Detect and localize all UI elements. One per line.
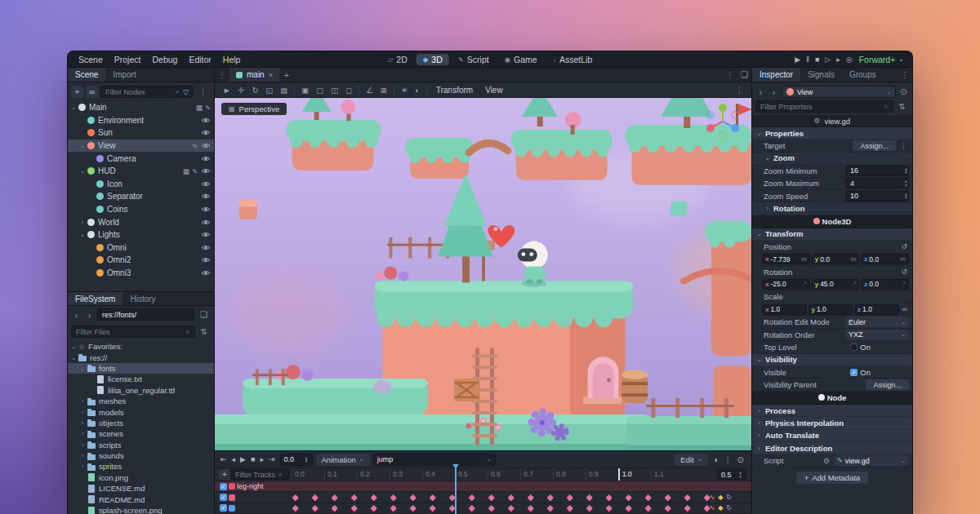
view-menu[interactable]: View (479, 86, 509, 95)
dock-tab-filesystem[interactable]: FileSystem (68, 292, 122, 305)
seek-end-button[interactable]: ⇥ (267, 455, 277, 463)
stepper-icons[interactable]: ▲▼ (904, 193, 908, 200)
keyframe-diamond[interactable] (684, 505, 691, 512)
visibility-eye-icon[interactable] (201, 244, 211, 251)
checkbox[interactable] (850, 343, 858, 351)
scene-node-icon[interactable]: Icon (68, 178, 214, 191)
revert-icon[interactable]: ↺ (899, 242, 909, 250)
node-selector[interactable]: View ⌄ (782, 86, 896, 98)
workspace-tab-game[interactable]: ◉Game (498, 54, 544, 65)
expand-arrow-icon[interactable]: › (78, 419, 87, 427)
interpolation-mode-icon[interactable]: ◆ (718, 504, 723, 512)
visibility-eye-icon[interactable] (201, 180, 211, 188)
scene-node-lights[interactable]: ⌄Lights (68, 228, 214, 241)
animation-edit-button[interactable]: Edit ⌄ (675, 454, 707, 466)
fs-item-license-md[interactable]: LICENSE.md (68, 483, 214, 494)
section-physics-interpolation[interactable]: ›Physics Interpolation (752, 417, 912, 429)
workspace-tab-assetlib[interactable]: ↓AssetLib (546, 54, 599, 65)
checkbox[interactable]: ✓ (220, 494, 227, 501)
keyframe-diamond[interactable] (645, 505, 652, 512)
workspace-tab-3d[interactable]: ◆3D (416, 54, 449, 65)
workspace-tab-2d[interactable]: ▱2D (381, 54, 414, 65)
play-forward-button[interactable]: ▸ (258, 455, 265, 463)
fs-item-favorites[interactable]: ⌄☆Favorites: (68, 341, 214, 352)
onion-skinning-icon[interactable]: ◐ (715, 455, 719, 464)
orientation-gizmo[interactable] (701, 101, 745, 144)
section-rotation[interactable]: ›Rotation (752, 202, 912, 215)
renderer-select[interactable]: Forward+ ⌄ (859, 55, 907, 64)
timeline-playhead[interactable] (455, 464, 457, 514)
keyframe-diamond[interactable] (351, 494, 358, 501)
keyframe-diamond[interactable] (626, 494, 632, 501)
keyframe-diamond[interactable] (508, 505, 514, 512)
workspace-tab-script[interactable]: ✎Script (452, 54, 496, 65)
keyframe-diamond[interactable] (410, 505, 416, 512)
visibility-eye-icon[interactable] (201, 129, 211, 136)
class-header-node3d[interactable]: Node3D (752, 215, 912, 228)
keyframe-diamond[interactable] (430, 494, 436, 501)
axis-field-x[interactable]: x1.0 (762, 304, 807, 315)
keyframe-diamond[interactable] (292, 505, 299, 512)
animation-clip-select[interactable]: jump ⌄ (373, 454, 496, 466)
fs-item-scenes[interactable]: ›scenes (68, 428, 214, 439)
visibility-eye-icon[interactable] (201, 231, 211, 238)
section-process[interactable]: ›Process (752, 405, 912, 417)
keyframe-diamond[interactable] (430, 505, 436, 512)
fs-item-objects[interactable]: ›objects (68, 418, 214, 428)
animation-menu-button[interactable]: Animation ⌄ (316, 454, 370, 466)
back-icon[interactable]: ‹ (71, 310, 82, 320)
menu-dots-icon[interactable]: ⋮ (898, 70, 912, 79)
keyframe-diamond[interactable] (606, 494, 612, 501)
expand-sections-icon[interactable]: ⇅ (896, 102, 909, 111)
funnel-icon[interactable]: ▽ (183, 88, 189, 96)
visibility-eye-icon[interactable] (201, 142, 211, 149)
menu-scene[interactable]: Scene (73, 55, 109, 64)
scene-node-main[interactable]: ⌄Main▦✎ (68, 101, 214, 114)
scene-node-separator[interactable]: Separator (68, 190, 214, 203)
fs-item-fonts[interactable]: ⌄fonts (68, 363, 214, 374)
stepper-icons[interactable]: ▲▼ (738, 471, 742, 478)
keyframe-diamond[interactable] (410, 494, 416, 501)
menu-help[interactable]: Help (217, 55, 247, 64)
unlock-icon[interactable]: ▢ (313, 86, 327, 95)
expand-arrow-icon[interactable]: ⌄ (78, 365, 87, 372)
checkbox[interactable]: ✓ (850, 369, 858, 376)
visibility-eye-icon[interactable] (201, 219, 211, 226)
menu-dots-icon[interactable]: ⋮ (215, 70, 229, 79)
keyframe-diamond[interactable] (586, 494, 593, 501)
scene-node-omni2[interactable]: Omni2 (68, 254, 214, 267)
fs-item-meshes[interactable]: ›meshes (68, 396, 214, 406)
scene-node-world[interactable]: ›World (68, 215, 214, 228)
assign-button[interactable]: Assign... (853, 140, 896, 151)
keyframe-diamond[interactable] (292, 494, 299, 501)
dock-tab-inspector[interactable]: Inspector (752, 68, 800, 82)
section-visibility[interactable]: ⌄Visibility (752, 354, 912, 366)
checkbox[interactable]: ✓ (220, 504, 227, 512)
animation-time-field[interactable]: 0.0 ▲▼ (280, 454, 313, 466)
expand-arrow-icon[interactable]: › (78, 452, 87, 459)
keyframe-diamond[interactable] (390, 505, 397, 512)
menu-dots-icon[interactable]: ⋮ (723, 70, 737, 79)
axis-field-x[interactable]: x-7.739m (762, 254, 810, 264)
dock-tab-history[interactable]: History (122, 292, 163, 305)
new-scene-tab-button[interactable]: + (279, 70, 294, 80)
expand-arrow-icon[interactable]: › (78, 219, 87, 226)
keyframe-diamond[interactable] (645, 494, 652, 501)
expand-arrow-icon[interactable]: ⌄ (78, 167, 87, 175)
fs-item-sprites[interactable]: ›sprites (68, 461, 214, 472)
menu-project[interactable]: Project (109, 55, 147, 64)
menu-dots-icon[interactable]: ⋮ (733, 86, 747, 95)
visibility-eye-icon[interactable] (201, 155, 211, 162)
keyframe-diamond[interactable] (567, 505, 573, 512)
transform-menu[interactable]: Transform (430, 86, 479, 95)
loop-wrap-icon[interactable]: ↻ (726, 494, 732, 501)
pin-icon[interactable]: ⊙ (737, 455, 744, 464)
section-transform[interactable]: ⌄Transform (752, 228, 912, 241)
scene-node-view[interactable]: ⌄View✎ (68, 140, 214, 153)
section-properties[interactable]: ⌄Properties (752, 127, 912, 140)
expand-arrow-icon[interactable]: › (78, 430, 87, 437)
instance-scene-button[interactable]: ∞ (86, 86, 98, 98)
filter-properties-input[interactable]: Filter Properties ⌕ (755, 100, 893, 113)
axis-field-y[interactable]: y1.0 (808, 304, 853, 315)
ungroup-icon[interactable]: ◻ (342, 86, 355, 95)
